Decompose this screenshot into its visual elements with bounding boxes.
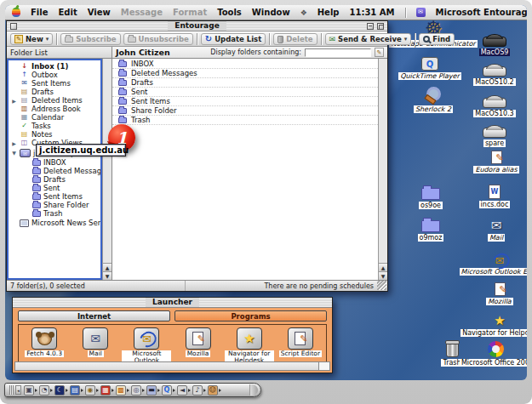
sidebar-item-account-sent[interactable]: Sent — [9, 184, 100, 192]
resize-grip[interactable] — [377, 281, 386, 290]
module-printing[interactable]: ▬ — [146, 385, 160, 395]
sidebar-scrollbar[interactable]: ▲ ▼ — [102, 59, 112, 280]
module-cd-audio[interactable]: ◎ — [131, 385, 145, 395]
folder-row-drafts[interactable]: Drafts — [112, 78, 378, 88]
module-quicktime[interactable]: Q — [162, 385, 175, 395]
drafts-folder-icon: ▤ — [20, 88, 29, 95]
sidebar-item-notes[interactable]: ▤Notes — [9, 130, 100, 139]
control-strip-collapse-arrow-icon[interactable]: ◂ — [15, 385, 21, 395]
desktop-icon-mozilla[interactable]: Mozilla — [466, 277, 527, 305]
disclosure-triangle-icon[interactable]: ▶ — [11, 140, 17, 146]
desktop-icon-o9moz[interactable]: o9moz — [401, 213, 460, 242]
folder-row-inbox[interactable]: INBOX — [112, 60, 378, 69]
sidebar-item-account-trash[interactable]: Trash — [9, 209, 100, 218]
launcher-item-mozilla[interactable]: Mozilla — [174, 327, 223, 357]
desktop-icon-macos9[interactable]: MacOS9 — [465, 28, 524, 56]
scroll-up-arrow-icon[interactable]: ▲ — [379, 263, 387, 271]
module-keychain[interactable]: ◉ — [85, 385, 99, 395]
module-monitor-depth[interactable]: ▩ — [116, 385, 129, 395]
tab-internet[interactable]: Internet — [18, 310, 170, 321]
module-sound-source[interactable]: ♪ — [192, 385, 206, 395]
launcher-item-fetch[interactable]: Fetch 4.0.3 — [20, 327, 69, 357]
sidebar-item-sent-items[interactable]: ✉Sent Items — [9, 79, 100, 88]
menu-window[interactable]: Window — [252, 8, 290, 17]
outlook-express-icon: ✉ — [142, 333, 152, 344]
sidebar-item-address-book[interactable]: ▥Address Book — [9, 105, 100, 113]
entourage-title-bar[interactable]: Entourage — [7, 21, 387, 31]
send-receive-button[interactable]: ✉Send & Receive▾ — [325, 33, 412, 45]
update-list-button[interactable]: ↻Update List — [201, 33, 266, 45]
main-scrollbar[interactable]: ▲ ▼ — [378, 59, 387, 280]
find-button[interactable]: Find — [419, 33, 455, 45]
desktop-icon-macos10-2[interactable]: MacOS10.2 — [465, 58, 524, 86]
sidebar-item-news-server[interactable]: Microsoft News Server — [9, 218, 100, 228]
desktop-icon-incs-doc[interactable]: W incs.doc — [465, 180, 524, 208]
scripts-menu-icon[interactable]: ❖ — [300, 9, 307, 17]
module-printer-selector[interactable]: ▦ — [100, 385, 114, 395]
folder-row-share-folder[interactable]: Share Folder — [112, 106, 378, 116]
zoom-box-icon[interactable] — [377, 23, 384, 30]
desktop-icon-eudora[interactable]: Eudora alias — [462, 145, 527, 174]
scroll-up-arrow-icon[interactable]: ▲ — [103, 263, 112, 271]
control-strip-handle[interactable] — [9, 385, 14, 395]
launcher-item-script-editor[interactable]: Script Editor — [276, 327, 325, 357]
menu-tools[interactable]: Tools — [217, 8, 242, 17]
desktop-icon-microsoft-office[interactable]: Microsoft Office 200 — [449, 339, 527, 367]
sidebar-item-account-sent-items[interactable]: Sent Items — [9, 192, 100, 201]
sidebar-item-account-deleted[interactable]: Deleted Messages — [9, 167, 100, 175]
menu-file[interactable]: File — [31, 8, 48, 17]
module-world-clock[interactable]: ◔ — [39, 385, 53, 395]
sidebar-item-deleted-items[interactable]: ▶▤Deleted Items — [9, 96, 100, 105]
tab-programs[interactable]: Programs — [174, 310, 327, 321]
desktop-icon-quicktime[interactable]: Q QuickTime Player — [392, 52, 468, 80]
filter-input[interactable] — [305, 48, 371, 57]
module-talking-alerts[interactable]: ☺ — [208, 385, 221, 395]
account-header: John Citizen Display folders containing:… — [112, 47, 387, 58]
desktop-icon-mail[interactable]: ✉ Mail — [466, 213, 526, 242]
folder-row-sent[interactable]: Sent — [112, 88, 378, 97]
folder-row-deleted-messages[interactable]: Deleted Messages — [112, 69, 378, 78]
desktop-icon-sherlock[interactable]: Sherlock 2 — [395, 85, 472, 113]
lock-icon: ◉ — [85, 385, 95, 395]
sidebar-item-account-drafts[interactable]: Drafts — [9, 175, 100, 184]
scroll-down-arrow-icon[interactable]: ▼ — [379, 271, 387, 280]
sidebar-item-drafts[interactable]: ▤Drafts — [9, 88, 100, 96]
menu-edit[interactable]: Edit — [58, 8, 77, 17]
sidebar-item-calendar[interactable]: ▦Calendar — [9, 113, 100, 122]
desktop-icon-macos10-3[interactable]: MacOS10.3 — [465, 89, 524, 117]
folder-row-sent-items[interactable]: Sent Items — [112, 97, 378, 106]
disclosure-triangle-icon[interactable]: ▼ — [11, 150, 17, 156]
collapse-box-icon[interactable] — [367, 23, 374, 30]
control-strip-tab[interactable] — [249, 384, 258, 395]
sidebar-item-account-share-folder[interactable]: Share Folder — [9, 201, 100, 209]
scroll-down-arrow-icon[interactable]: ▼ — [103, 271, 112, 280]
launcher-item-mail[interactable]: ✉ Mail — [71, 327, 120, 357]
module-monitor-resolution[interactable]: ▣ — [24, 385, 37, 395]
sidebar-item-inbox[interactable]: ↓Inbox (1) — [9, 62, 100, 71]
apple-menu-icon[interactable] — [12, 8, 20, 17]
sidebar-item-account-inbox[interactable]: INBOX — [9, 158, 100, 167]
sidebar-item-tasks[interactable]: ✓Tasks — [9, 122, 100, 130]
menu-help[interactable]: Help — [317, 8, 340, 17]
module-file-sharing[interactable]: ▤ — [70, 385, 83, 395]
desktop-icon-os9oe[interactable]: os9oe — [401, 181, 460, 209]
desktop-icon-navigator-helpdesk[interactable]: ★ Navigator for Helpdes — [453, 309, 527, 337]
folder-row-trash[interactable]: Trash — [112, 116, 378, 125]
disclosure-triangle-icon[interactable]: ▶ — [11, 98, 17, 104]
launcher-horizontal-scrollbar[interactable] — [14, 361, 330, 371]
launcher-item-navigator-helpdesk[interactable]: ★ Navigator for Helpdesk — [225, 327, 274, 364]
menu-view[interactable]: View — [88, 8, 111, 17]
desktop-icon-spare[interactable]: spare — [465, 119, 524, 147]
module-volume[interactable]: ◄ — [177, 385, 191, 395]
application-menu[interactable]: Microsoft Entourage — [436, 8, 527, 17]
new-button[interactable]: ✎New▾ — [10, 33, 53, 45]
clock-icon: ◔ — [39, 385, 49, 395]
sidebar-item-outbox[interactable]: ↑Outbox — [9, 71, 100, 79]
launcher-title-bar[interactable]: Launcher — [13, 298, 332, 308]
module-energy-saver[interactable]: ☾ — [54, 385, 68, 395]
close-box-icon[interactable] — [10, 23, 17, 30]
desktop-icon-outlook-express[interactable]: ✉ Microsoft Outlook Expr — [453, 248, 527, 276]
edit-pencil-icon[interactable]: ✎ — [375, 48, 384, 57]
menu-clock[interactable]: 11:31 AM — [350, 8, 395, 17]
outbox-arrow-icon: ↑ — [20, 71, 29, 78]
